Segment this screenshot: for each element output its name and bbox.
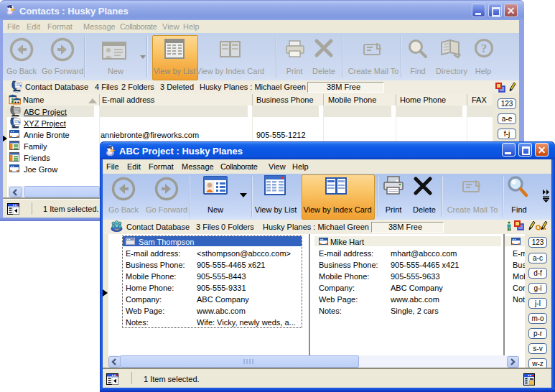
svg-text:?: ? (481, 42, 488, 55)
